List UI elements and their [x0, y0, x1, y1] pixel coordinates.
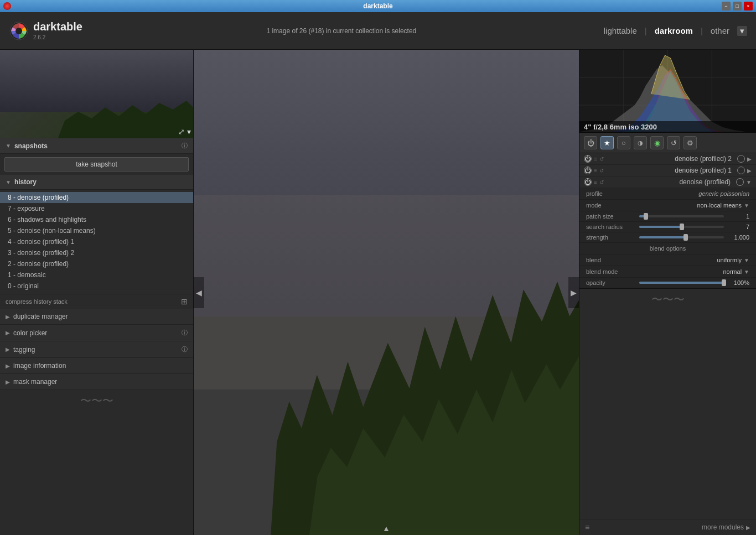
take-snapshot-button[interactable]: take snapshot — [4, 157, 189, 172]
center-right-arrow[interactable]: ▶ — [568, 277, 579, 308]
denoise-dots-icon[interactable]: ≡ — [594, 179, 597, 185]
strength-thumb[interactable] — [683, 234, 688, 241]
blend-mode-value[interactable]: normal — [636, 268, 742, 275]
mask-manager-panel[interactable]: ▶ mask manager — [0, 374, 193, 390]
close-button[interactable]: × — [744, 2, 753, 11]
history-item[interactable]: 6 - shadows and highlights — [0, 214, 193, 225]
mode-label: mode — [586, 202, 636, 209]
main-image — [194, 50, 579, 535]
snapshots-header[interactable]: ▼ snapshots ⓘ — [0, 138, 193, 154]
nav-sep2: | — [701, 26, 703, 35]
more-modules-label[interactable]: more modules — [589, 523, 744, 531]
center-bottom-arrow[interactable]: ▲ — [371, 522, 401, 535]
denoise2-reset-icon[interactable]: ↺ — [599, 156, 604, 162]
tagging-panel[interactable]: ▶ tagging ⓘ — [0, 341, 193, 358]
snapshots-arrow-icon: ▼ — [6, 143, 11, 149]
snapshots-info-icon[interactable]: ⓘ — [182, 142, 188, 150]
blend-mode-dropdown-icon[interactable]: ▼ — [744, 269, 749, 275]
half-circle-icon[interactable]: ◑ — [634, 136, 647, 149]
denoise-enable-icon[interactable]: ⏻ — [584, 178, 592, 186]
blend-options-bar[interactable]: blend options — [579, 243, 756, 254]
status-text: 1 image of 26 (#18) in current collectio… — [266, 27, 416, 35]
tagging-info-icon[interactable]: ⓘ — [182, 345, 188, 354]
denoise2-dots-icon[interactable]: ≡ — [594, 156, 597, 162]
denoise-expand-arrow-icon[interactable]: ▼ — [746, 179, 752, 185]
search-radius-slider[interactable] — [639, 226, 724, 228]
color-picker-info-icon[interactable]: ⓘ — [182, 329, 188, 337]
nav-dropdown[interactable]: ▾ — [737, 26, 747, 36]
window-title: darktable — [363, 2, 392, 10]
strength-slider[interactable] — [639, 236, 724, 238]
right-squiggle: 〜〜〜 — [579, 289, 756, 310]
opacity-row: opacity 100% — [579, 278, 756, 288]
denoise1-circle-icon[interactable] — [737, 167, 745, 174]
history-arrow-icon: ▼ — [6, 179, 11, 185]
maximize-button[interactable]: □ — [733, 2, 742, 11]
mode-dropdown-icon[interactable]: ▼ — [744, 202, 749, 209]
center-area: ◀ ▶ ▲ — [194, 50, 579, 535]
strength-fill — [639, 236, 686, 238]
patch-size-slider[interactable] — [639, 215, 724, 217]
compress-history-label: compress history stack — [6, 298, 68, 305]
history-item[interactable]: 2 - denoise (profiled) — [0, 258, 193, 269]
patch-size-row: patch size 1 — [579, 211, 756, 222]
more-modules-arrow-icon[interactable]: ▶ — [746, 524, 750, 531]
history-item[interactable]: 1 - demosaic — [0, 269, 193, 281]
snapshots-title: ▼ snapshots — [6, 142, 48, 150]
denoise2-enable-icon[interactable]: ⏻ — [584, 155, 592, 163]
blend-dropdown-icon[interactable]: ▼ — [744, 257, 749, 263]
center-left-arrow[interactable]: ◀ — [194, 277, 204, 308]
thumbnail-expand-icon[interactable]: ⤢ — [178, 127, 185, 136]
star-icon[interactable]: ★ — [600, 136, 614, 149]
minimize-button[interactable]: − — [722, 2, 731, 11]
history-header[interactable]: ▼ history — [0, 175, 193, 190]
mode-value[interactable]: non-local means — [636, 202, 742, 209]
more-modules-icon[interactable]: ≡ — [585, 523, 589, 532]
history-item[interactable]: 0 - original — [0, 281, 193, 292]
color-picker-panel[interactable]: ▶ color picker ⓘ — [0, 325, 193, 341]
opacity-thumb[interactable] — [722, 279, 726, 286]
denoise-circle-icon[interactable] — [736, 178, 744, 186]
patch-size-thumb[interactable] — [644, 213, 648, 220]
search-radius-value: 7 — [727, 224, 749, 230]
denoise1-enable-icon[interactable]: ⏻ — [584, 167, 592, 174]
denoise1-arrow-icon[interactable]: ▶ — [747, 168, 752, 174]
denoise2-arrow-icon[interactable]: ▶ — [747, 156, 752, 162]
denoise2-circle-icon[interactable] — [737, 155, 745, 163]
opacity-slider[interactable] — [639, 282, 724, 284]
history-section: ▼ history 8 - denoise (profiled)7 - expo… — [0, 175, 193, 309]
window-controls: − □ × — [722, 2, 753, 11]
patch-size-value: 1 — [727, 213, 749, 220]
image-information-panel[interactable]: ▶ image information — [0, 358, 193, 374]
duplicate-manager-panel[interactable]: ▶ duplicate manager — [0, 309, 193, 325]
denoise1-reset-icon[interactable]: ↺ — [599, 168, 604, 174]
history-item[interactable]: 3 - denoise (profiled) 2 — [0, 247, 193, 258]
history-item[interactable]: 5 - denoise (non-local means) — [0, 225, 193, 236]
nav-darkroom[interactable]: darkroom — [651, 24, 696, 38]
mode-row: mode non-local means ▼ — [579, 200, 756, 211]
thumbnail-arrow-icon[interactable]: ▾ — [187, 127, 191, 136]
nav-other[interactable]: other — [707, 24, 733, 38]
sidebar-left: ⤢ ▾ ▼ snapshots ⓘ take snapshot — [0, 50, 194, 535]
history-item[interactable]: 8 - denoise (profiled) — [0, 192, 193, 203]
opacity-value: 100% — [727, 279, 749, 286]
compress-history-icon[interactable]: ⊞ — [181, 297, 188, 306]
blend-value[interactable]: uniformly — [636, 257, 742, 263]
history-item[interactable]: 7 - exposure — [0, 203, 193, 214]
strength-row: strength 1.000 — [579, 232, 756, 243]
titlebar: darktable − □ × — [0, 0, 756, 12]
circle-icon[interactable]: ○ — [617, 136, 630, 149]
history-title: ▼ history — [6, 178, 37, 186]
nav-lighttable[interactable]: lighttable — [600, 24, 640, 38]
snapshots-section: ▼ snapshots ⓘ take snapshot — [0, 138, 193, 175]
refresh-icon[interactable]: ↺ — [667, 136, 680, 149]
denoise1-dots-icon[interactable]: ≡ — [594, 168, 597, 174]
history-item[interactable]: 4 - denoise (profiled) 1 — [0, 236, 193, 247]
color-wheel-icon[interactable]: ◉ — [650, 136, 664, 149]
search-radius-thumb[interactable] — [680, 224, 684, 230]
tagging-label: tagging — [13, 346, 35, 354]
gear-icon[interactable]: ⚙ — [683, 136, 697, 149]
blend-mode-row: blend mode normal ▼ — [579, 266, 756, 278]
denoise-reset-icon[interactable]: ↺ — [599, 179, 604, 185]
power-icon[interactable]: ⏻ — [584, 136, 597, 149]
